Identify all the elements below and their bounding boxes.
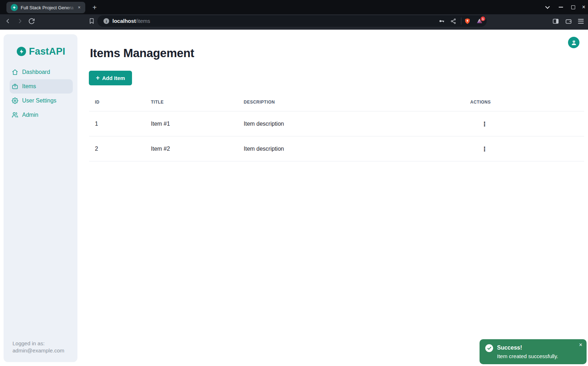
column-header-description: DESCRIPTION [238,100,465,105]
fastapi-bolt-icon [17,47,26,56]
cell-title: Item #2 [145,146,238,152]
row-actions-kebab-icon[interactable]: ⋮ [480,120,489,128]
users-icon [12,112,18,118]
brave-shield-icon[interactable] [464,18,471,24]
plus-icon: + [96,75,100,81]
sidebar-item-user-settings[interactable]: User Settings [10,94,73,108]
rewards-badge: 1 [481,16,485,21]
home-icon [12,69,18,75]
share-icon[interactable] [450,18,456,24]
toast-close-icon[interactable]: × [578,341,583,349]
address-bar[interactable]: i localhost/items 1 [97,15,487,27]
tab-close-icon[interactable]: × [76,4,82,11]
menu-icon[interactable] [577,17,585,25]
table-header-row: ID TITLE DESCRIPTION ACTIONS [89,93,584,111]
cell-description: Item description [238,121,465,127]
password-key-icon[interactable] [439,18,445,24]
sidebar-item-label: User Settings [22,97,56,104]
sidebar-item-label: Admin [22,112,38,118]
sidebar-item-admin[interactable]: Admin [10,108,73,122]
column-header-id: ID [89,100,145,105]
page-title: Items Management [90,47,194,60]
table-row: 1 Item #1 Item description ⋮ [89,111,584,136]
sidebar-item-items[interactable]: Items [10,79,73,94]
add-item-button[interactable]: + Add Item [89,71,132,85]
gear-icon [12,97,18,104]
cell-title: Item #1 [145,121,238,127]
url-path: /items [136,18,150,24]
maximize-button[interactable] [569,3,577,11]
logged-in-info: Logged in as: admin@example.com [12,340,64,354]
minimize-button[interactable] [557,3,565,11]
sidebar-item-dashboard[interactable]: Dashboard [10,65,73,79]
success-toast: Success! Item created successfully. × [480,339,587,364]
user-menu-avatar[interactable] [568,37,579,48]
fastapi-favicon-icon [11,4,18,11]
site-info-icon[interactable]: i [103,18,109,24]
sidebar-item-label: Items [22,83,36,90]
sidebar-item-label: Dashboard [22,69,50,75]
reload-icon[interactable] [27,17,36,25]
url-text[interactable]: localhost/items [112,18,150,24]
row-actions-kebab-icon[interactable]: ⋮ [480,145,489,153]
fastapi-logo: FastAPI [17,47,65,56]
sidebar-toggle-icon[interactable] [551,17,560,25]
wallet-icon[interactable] [564,17,573,25]
brand-name: FastAPI [29,47,65,56]
cell-id: 2 [89,146,145,152]
cell-id: 1 [89,121,145,127]
toast-message: Item created successfully. [497,353,558,360]
items-table: ID TITLE DESCRIPTION ACTIONS 1 Item #1 I… [89,93,584,161]
tab-title: Full Stack Project Genera [21,4,76,11]
add-item-label: Add Item [102,75,125,81]
column-header-title: TITLE [145,100,238,105]
column-header-actions: ACTIONS [465,100,584,105]
browser-window: Full Stack Project Genera × + × i localh… [0,0,588,366]
briefcase-icon [12,83,18,90]
window-close-button[interactable]: × [579,3,588,11]
url-host: localhost [112,18,136,24]
cell-description: Item description [238,146,465,152]
new-tab-button[interactable]: + [90,3,99,12]
logged-in-label: Logged in as: [12,340,64,347]
check-circle-icon [485,344,493,352]
toast-title: Success! [497,344,522,351]
toolbar-separator [461,17,461,25]
back-icon[interactable] [4,17,12,25]
table-row: 2 Item #2 Item description ⋮ [89,136,584,161]
sidebar-nav: Dashboard Items User Settings Admin [10,65,73,122]
tab-search-icon[interactable] [543,3,552,11]
browser-tab[interactable]: Full Stack Project Genera × [6,2,85,13]
logged-in-email: admin@example.com [12,347,64,354]
forward-icon[interactable] [16,17,24,25]
tab-strip: Full Stack Project Genera × + × [0,0,588,14]
user-icon [571,39,577,46]
bookmark-icon[interactable] [87,17,96,25]
